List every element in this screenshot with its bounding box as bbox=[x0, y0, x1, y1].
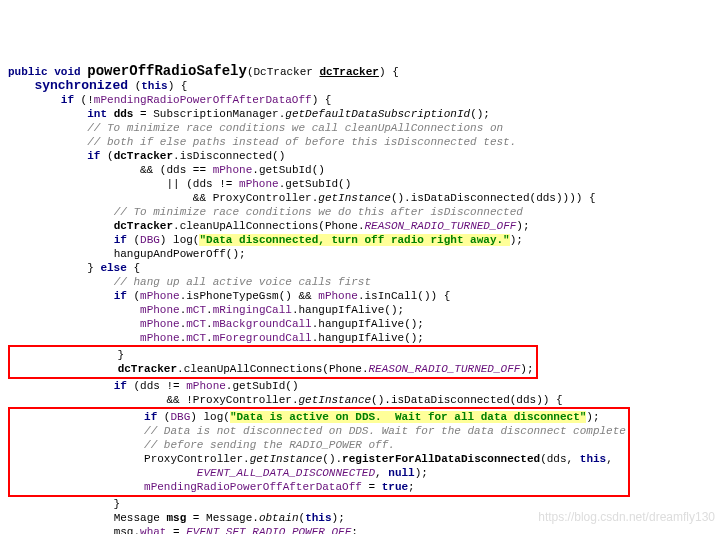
call: cleanUpAllConnections bbox=[184, 363, 323, 375]
field: DBG bbox=[170, 411, 190, 423]
cls: ProxyController bbox=[213, 192, 312, 204]
cls: ProxyController bbox=[144, 453, 243, 465]
highlight-box-1: } dcTracker.cleanUpAllConnections(Phone.… bbox=[8, 345, 538, 379]
kw-if: if bbox=[114, 290, 127, 302]
var-msg: msg bbox=[166, 512, 186, 524]
kw-this: this bbox=[305, 512, 331, 524]
call: isDisconnected bbox=[180, 150, 272, 162]
var-dds: dds bbox=[114, 108, 134, 120]
field: mForegroundCall bbox=[213, 332, 312, 344]
const: EVENT_ALL_DATA_DISCONNECTED bbox=[197, 467, 375, 479]
watermark: https://blog.csdn.net/dreamfly130 bbox=[538, 510, 715, 524]
var: dds bbox=[166, 164, 186, 176]
call: hangupAndPowerOff bbox=[114, 248, 226, 260]
field: mPhone bbox=[140, 332, 180, 344]
cls: Message bbox=[206, 512, 252, 524]
field: mPendingRadioPowerOffAfterDataOff bbox=[144, 481, 362, 493]
call: isPhoneTypeGsm bbox=[186, 290, 278, 302]
field: mPendingRadioPowerOffAfterDataOff bbox=[94, 94, 312, 106]
comment: // To minimize race conditions we call c… bbox=[87, 122, 503, 134]
field: mBackgroundCall bbox=[213, 318, 312, 330]
call: isInCall bbox=[365, 290, 418, 302]
call: getInstance bbox=[298, 394, 371, 406]
call: registerForAllDataDisconnected bbox=[342, 453, 540, 465]
call: log bbox=[203, 411, 223, 423]
var: dds bbox=[547, 453, 567, 465]
field: mPhone bbox=[239, 178, 279, 190]
cls: ProxyController bbox=[193, 394, 292, 406]
var: dds bbox=[516, 394, 536, 406]
field: mPhone bbox=[213, 164, 253, 176]
cls: Phone bbox=[325, 220, 358, 232]
field: mPhone bbox=[186, 380, 226, 392]
const: REASON_RADIO_TURNED_OFF bbox=[365, 220, 517, 232]
call: hangupIfAlive bbox=[299, 304, 385, 316]
method-name: powerOffRadioSafely bbox=[87, 63, 247, 79]
var: msg bbox=[114, 526, 134, 534]
obj: dcTracker bbox=[118, 363, 177, 375]
field: mRingingCall bbox=[213, 304, 292, 316]
comment: // Data is not disconnected on DDS. Wait… bbox=[144, 425, 626, 437]
kw-else: else bbox=[100, 262, 126, 274]
call: getSubId bbox=[285, 178, 338, 190]
field: mCT bbox=[186, 332, 206, 344]
obj: dcTracker bbox=[114, 220, 173, 232]
kw-this: this bbox=[580, 453, 606, 465]
field: mPhone bbox=[140, 290, 180, 302]
call: cleanUpAllConnections bbox=[180, 220, 319, 232]
call: isDataDisconnected bbox=[391, 394, 510, 406]
code-block: public void powerOffRadioSafely(DcTracke… bbox=[8, 64, 719, 534]
highlight-box-2: if (DBG) log("Data is active on DDS. Wai… bbox=[8, 407, 630, 497]
comment: // To minimize race conditions we do thi… bbox=[114, 206, 523, 218]
kw-sync: synchronized bbox=[34, 78, 128, 93]
obj: dcTracker bbox=[114, 150, 173, 162]
param-name: dcTracker bbox=[320, 66, 379, 78]
kw-this: this bbox=[141, 80, 167, 92]
const: EVENT_SET_RADIO_POWER_OFF bbox=[186, 526, 351, 534]
field: DBG bbox=[140, 234, 160, 246]
comment: // both if else paths instead of before … bbox=[87, 136, 516, 148]
kw-true: true bbox=[382, 481, 408, 493]
kw-if: if bbox=[144, 411, 157, 423]
call: hangupIfAlive bbox=[318, 318, 404, 330]
param-type: DcTracker bbox=[253, 66, 312, 78]
kw-if: if bbox=[61, 94, 74, 106]
field: mPhone bbox=[318, 290, 358, 302]
comment: // before sending the RADIO_POWER off. bbox=[144, 439, 395, 451]
call: getDefaultDataSubscriptionId bbox=[285, 108, 470, 120]
call: isDataDisconnected bbox=[411, 192, 530, 204]
kw-int: int bbox=[87, 108, 107, 120]
kw-if: if bbox=[114, 234, 127, 246]
call: hangupIfAlive bbox=[318, 332, 404, 344]
cls: Phone bbox=[329, 363, 362, 375]
field: mPhone bbox=[140, 304, 180, 316]
call: getInstance bbox=[318, 192, 391, 204]
var: dds bbox=[140, 380, 160, 392]
kw-null: null bbox=[388, 467, 414, 479]
field: mPhone bbox=[140, 318, 180, 330]
kw-if: if bbox=[87, 150, 100, 162]
var: dds bbox=[536, 192, 556, 204]
call: log bbox=[173, 234, 193, 246]
call: getSubId bbox=[232, 380, 285, 392]
field: mCT bbox=[186, 304, 206, 316]
field: what bbox=[140, 526, 166, 534]
field: mCT bbox=[186, 318, 206, 330]
cls: Message bbox=[114, 512, 160, 524]
call: obtain bbox=[259, 512, 299, 524]
kw-if: if bbox=[114, 380, 127, 392]
call: getInstance bbox=[250, 453, 323, 465]
cls: SubscriptionManager bbox=[153, 108, 278, 120]
var: dds bbox=[193, 178, 213, 190]
kw-public: public void bbox=[8, 66, 81, 78]
comment: // hang up all active voice calls first bbox=[114, 276, 371, 288]
call: getSubId bbox=[259, 164, 312, 176]
string: "Data disconnected, turn off radio right… bbox=[199, 234, 509, 246]
string: "Data is active on DDS. Wait for all dat… bbox=[230, 411, 586, 423]
const: REASON_RADIO_TURNED_OFF bbox=[369, 363, 521, 375]
